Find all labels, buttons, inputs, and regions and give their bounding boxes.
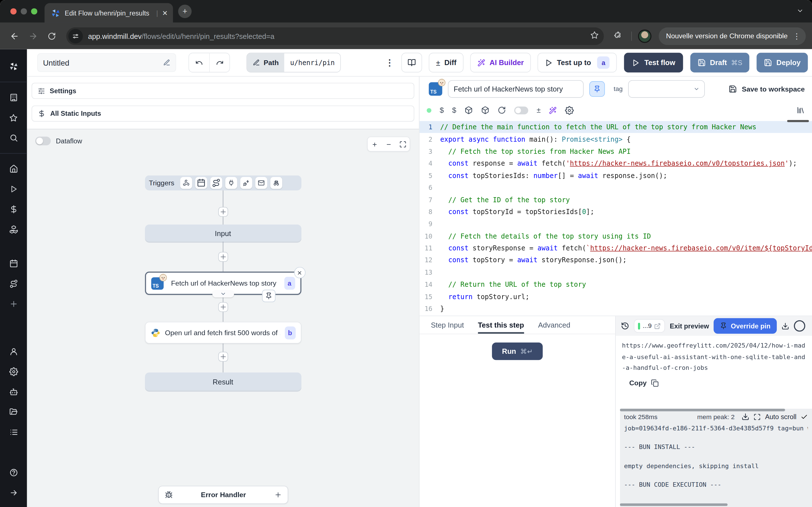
sidebar-item-logo[interactable] bbox=[0, 56, 27, 76]
download-logs-icon[interactable] bbox=[742, 413, 750, 421]
sidebar-item-add[interactable] bbox=[0, 294, 27, 314]
sidebar-item-schedules[interactable] bbox=[0, 253, 27, 274]
log-scrollbar-bottom[interactable] bbox=[620, 503, 728, 506]
flow-settings-row[interactable]: Settings bbox=[32, 83, 414, 99]
tab-step-input[interactable]: Step Input bbox=[431, 316, 464, 334]
step-node-b[interactable]: Open url and fetch first 500 words of ..… bbox=[145, 322, 301, 343]
back-button[interactable] bbox=[6, 27, 23, 44]
sidebar-item-audit-logs[interactable] bbox=[0, 422, 27, 443]
schedule-trigger-button[interactable] bbox=[195, 177, 207, 189]
code-line[interactable]: 10 // Fetch the details of the top story… bbox=[419, 230, 812, 242]
code-line[interactable]: 2export async function main(): Promise<s… bbox=[419, 133, 812, 145]
flow-name-field[interactable]: Untitled bbox=[37, 53, 176, 72]
copy-result-button[interactable]: Copy bbox=[622, 379, 806, 387]
kafka-trigger-button[interactable] bbox=[240, 177, 252, 189]
code-line[interactable]: 11 const storyResponse = await fetch(`ht… bbox=[419, 242, 812, 254]
add-step-button[interactable] bbox=[218, 352, 228, 362]
minimize-window-button[interactable] bbox=[20, 8, 27, 14]
docs-button[interactable] bbox=[401, 53, 422, 72]
address-bar[interactable]: app.windmill.dev/flows/edit/u/henri/pin_… bbox=[66, 27, 604, 45]
code-line[interactable]: 7 // Get the ID of the top story bbox=[419, 194, 812, 206]
reload-button[interactable] bbox=[43, 27, 60, 44]
code-line[interactable]: 16} bbox=[419, 302, 812, 315]
pinned-result-indicator[interactable] bbox=[262, 290, 275, 302]
test-up-to-button[interactable]: Test up to a bbox=[538, 53, 617, 72]
zoom-in-button[interactable]: + bbox=[368, 137, 382, 151]
flow-canvas[interactable]: Dataflow + − Triggers bbox=[27, 129, 419, 507]
sidebar-item-home[interactable] bbox=[0, 159, 27, 179]
add-step-button[interactable] bbox=[218, 302, 228, 312]
exit-preview-button[interactable]: Exit preview bbox=[670, 322, 709, 330]
past-runs-pill[interactable]: ...9 bbox=[634, 319, 665, 333]
sidebar-item-variables[interactable] bbox=[0, 199, 27, 219]
tab-advanced[interactable]: Advanced bbox=[538, 316, 570, 334]
editor-toggle[interactable] bbox=[514, 106, 528, 114]
email-trigger-button[interactable] bbox=[255, 177, 267, 189]
redo-button[interactable] bbox=[209, 53, 230, 72]
error-handler-node[interactable]: Error Handler bbox=[158, 486, 288, 504]
sidebar-item-flows[interactable] bbox=[0, 274, 27, 294]
sidebar-item-folders[interactable] bbox=[0, 402, 27, 422]
sidebar-item-favorites[interactable] bbox=[0, 108, 27, 128]
ai-wand-icon[interactable] bbox=[549, 106, 557, 114]
edit-pencil-icon[interactable] bbox=[163, 59, 170, 66]
draft-button[interactable]: Draft ⌘S bbox=[690, 53, 749, 72]
code-line[interactable]: 9 bbox=[419, 218, 812, 230]
pin-toggle-button[interactable] bbox=[589, 81, 605, 97]
external-link-icon[interactable] bbox=[654, 323, 661, 329]
step-node-a[interactable]: Fetch url of HackerNews top story a bbox=[145, 272, 301, 295]
site-info-button[interactable] bbox=[68, 29, 83, 43]
checkmark-icon[interactable] bbox=[801, 413, 808, 420]
websocket-trigger-button[interactable] bbox=[225, 177, 237, 189]
sidebar-item-search[interactable] bbox=[0, 128, 27, 148]
extensions-button[interactable] bbox=[613, 31, 622, 41]
result-url[interactable]: https://www.geoffreylitt.com/2025/04/12/… bbox=[622, 341, 806, 374]
tag-select[interactable] bbox=[628, 80, 705, 98]
fit-view-button[interactable] bbox=[396, 137, 410, 151]
sidebar-item-resources[interactable] bbox=[0, 219, 27, 240]
code-editor[interactable]: 1// Define the main function to fetch th… bbox=[419, 119, 812, 316]
add-step-button[interactable] bbox=[218, 207, 228, 217]
all-static-inputs-row[interactable]: All Static Inputs bbox=[32, 106, 414, 122]
override-pin-button[interactable]: Override pin bbox=[714, 318, 776, 334]
code-line[interactable]: 8 const topStoryId = topStoriesIds[0]; bbox=[419, 206, 812, 218]
history-icon[interactable] bbox=[621, 322, 629, 330]
code-line[interactable]: 13 bbox=[419, 266, 812, 278]
sidebar-item-runs[interactable] bbox=[0, 179, 27, 200]
step-title-input[interactable] bbox=[448, 80, 583, 98]
resources-dollar-icon[interactable]: $ bbox=[452, 106, 456, 114]
code-line[interactable]: 5 const topStoriesIds: number[] = await … bbox=[419, 170, 812, 182]
diff-button[interactable]: ± Diff bbox=[428, 53, 463, 72]
code-line[interactable]: 6 bbox=[419, 182, 812, 194]
undo-button[interactable] bbox=[189, 53, 209, 72]
collapse-step-button[interactable] bbox=[212, 290, 234, 297]
forward-button[interactable] bbox=[25, 27, 42, 44]
package-icon[interactable] bbox=[465, 106, 473, 114]
zoom-window-button[interactable] bbox=[31, 8, 37, 14]
deploy-button[interactable]: Deploy bbox=[757, 53, 808, 72]
url-text[interactable]: app.windmill.dev/flows/edit/u/henri/pin_… bbox=[88, 32, 586, 40]
sidebar-item-settings[interactable] bbox=[0, 362, 27, 382]
path-chip[interactable]: Path u/henri/pin bbox=[246, 53, 341, 72]
dataflow-toggle[interactable] bbox=[35, 136, 51, 145]
sidebar-item-help[interactable] bbox=[0, 462, 27, 483]
chrome-menu-icon[interactable]: ⋮ bbox=[791, 31, 803, 41]
more-options-button[interactable]: ⋮ bbox=[378, 57, 401, 68]
log-scrollbar-top[interactable] bbox=[620, 409, 785, 411]
new-tab-button[interactable]: + bbox=[178, 5, 192, 18]
zoom-out-button[interactable]: − bbox=[382, 137, 396, 151]
scheduled-poll-trigger-button[interactable] bbox=[270, 177, 282, 189]
webhook-trigger-button[interactable] bbox=[180, 177, 192, 189]
code-line[interactable]: 12 const topStory = await storyResponse.… bbox=[419, 254, 812, 266]
download-icon[interactable] bbox=[781, 322, 789, 330]
close-window-button[interactable] bbox=[10, 8, 17, 14]
code-line[interactable]: 14 // Return the URL of the top story bbox=[419, 278, 812, 290]
test-flow-button[interactable]: Test flow bbox=[624, 53, 683, 72]
input-node[interactable]: Input bbox=[145, 224, 301, 242]
bookmark-star-button[interactable] bbox=[591, 31, 599, 41]
code-line[interactable]: 15 return topStory.url; bbox=[419, 290, 812, 302]
sidebar-item-workers[interactable] bbox=[0, 382, 27, 402]
variables-dollar-icon[interactable]: $ bbox=[440, 106, 444, 114]
code-line[interactable]: 4 const response = await fetch('https://… bbox=[419, 158, 812, 170]
plus-icon[interactable] bbox=[274, 492, 281, 498]
